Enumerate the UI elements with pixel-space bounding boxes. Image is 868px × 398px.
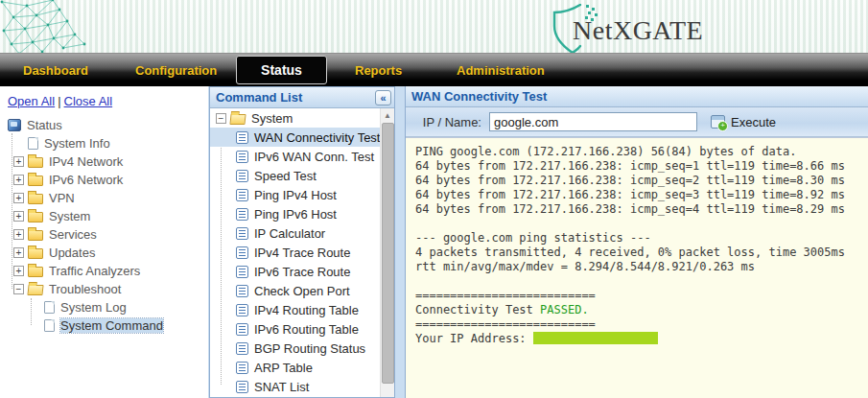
- wan-panel-title: WAN Connectivity Test: [411, 89, 547, 104]
- tree-item-vpn[interactable]: +VPN: [8, 189, 208, 207]
- tree-item-label: IPv6 Network: [49, 173, 123, 187]
- ping-output-line: PING google.com (172.217.166.238) 56(84)…: [415, 145, 868, 159]
- command-item-ipv4-trace-route[interactable]: IPv4 Trace Route: [210, 243, 394, 262]
- tree-item-label: System Info: [44, 136, 110, 151]
- nav-configuration[interactable]: Configuration: [135, 54, 217, 86]
- tree-item-ipv4-network[interactable]: +IPv4 Network: [8, 152, 208, 171]
- command-item-ping-ipv6-host[interactable]: Ping IPv6 Host: [210, 204, 394, 223]
- command-root-label: System: [251, 111, 293, 126]
- computer-icon: [8, 119, 21, 131]
- panel-collapse-button[interactable]: «: [375, 90, 391, 105]
- command-item-ipv6-routing-table[interactable]: IPv6 Routing Table: [210, 319, 394, 339]
- folder-icon: [28, 230, 43, 241]
- command-item-ip-calculator[interactable]: IP Calculator: [210, 223, 394, 243]
- command-item-wan-connectivity-test[interactable]: WAN Connectivity Test: [210, 128, 394, 147]
- execute-label: Execute: [731, 115, 776, 129]
- command-item-snat-list[interactable]: SNAT List: [210, 377, 394, 396]
- command-root-system[interactable]: −System: [210, 108, 394, 128]
- ping-output: PING google.com (172.217.166.238) 56(84)…: [406, 137, 868, 398]
- command-item-ping-ipv4-host[interactable]: Ping IPv4 Host: [210, 185, 394, 204]
- top-banner: NetXGATE: [0, 0, 868, 53]
- nav-dashboard[interactable]: Dashboard: [23, 54, 88, 86]
- netxgate-app: NetXGATE DashboardConfigurationStatusRep…: [0, 0, 868, 398]
- collapse-minus-icon[interactable]: −: [216, 113, 226, 124]
- ip-name-label: IP / Name:: [420, 115, 481, 129]
- command-list-panel: Command List « −SystemWAN Connectivity T…: [209, 86, 395, 398]
- tree-item-label: System Command: [60, 318, 163, 333]
- tree-item-label: Traffic Analyzers: [49, 264, 140, 278]
- status-tree: StatusSystem Info+IPv4 Network+IPv6 Netw…: [8, 116, 208, 335]
- command-list-body: −SystemWAN Connectivity TestIPv6 WAN Con…: [210, 108, 394, 397]
- ping-output-line: rtt min/avg/max/mdev = 8.294/8.544/8.921…: [415, 260, 868, 274]
- command-form-icon: [236, 304, 248, 316]
- tree-item-label: Troubleshoot: [49, 282, 121, 296]
- tree-item-system-info[interactable]: System Info: [8, 134, 208, 152]
- expand-plus-icon[interactable]: +: [13, 175, 24, 185]
- tree-item-updates[interactable]: +Updates: [8, 244, 208, 262]
- folder-open-icon: [27, 285, 43, 295]
- result-status: PASSED.: [540, 303, 589, 316]
- command-form-icon: [236, 381, 248, 393]
- command-tree: −SystemWAN Connectivity TestIPv6 WAN Con…: [210, 108, 394, 396]
- ping-output-line: [415, 217, 868, 231]
- command-form-icon: [236, 323, 248, 336]
- nav-administration[interactable]: Administration: [457, 54, 545, 86]
- command-item-ipv6-wan-conn-test[interactable]: IPv6 WAN Conn. Test: [210, 147, 394, 166]
- tree-item-status[interactable]: Status: [8, 116, 208, 134]
- expand-plus-icon[interactable]: +: [13, 156, 24, 167]
- command-item-check-open-port[interactable]: Check Open Port: [210, 281, 394, 300]
- command-item-bgp-routing-status[interactable]: BGP Routing Status: [210, 339, 394, 358]
- nav-status[interactable]: Status: [236, 56, 327, 84]
- tree-item-traffic-analyzers[interactable]: +Traffic Analyzers: [8, 262, 208, 280]
- ping-output-line: 64 bytes from 172.217.166.238: icmp_seq=…: [415, 174, 868, 188]
- command-list-scrollbar[interactable]: ▲: [380, 108, 394, 397]
- main-content: Open All|Close All StatusSystem Info+IPv…: [0, 86, 868, 398]
- command-item-speed-test[interactable]: Speed Test: [210, 166, 394, 185]
- tree-item-ipv6-network[interactable]: +IPv6 Network: [8, 171, 208, 189]
- expand-plus-icon[interactable]: +: [13, 266, 24, 276]
- tree-item-system-command[interactable]: System Command: [8, 316, 208, 335]
- command-item-label: Check Open Port: [254, 284, 350, 298]
- ip-name-input[interactable]: [489, 112, 697, 131]
- folder-icon: [28, 157, 43, 168]
- page-icon: [44, 319, 55, 332]
- tree-item-system[interactable]: +System: [8, 207, 208, 225]
- nav-reports[interactable]: Reports: [355, 54, 402, 86]
- wan-panel-header: WAN Connectivity Test: [406, 86, 868, 107]
- command-form-icon: [236, 208, 248, 221]
- folder-icon: [28, 267, 43, 277]
- your-ip-label: Your IP Address:: [415, 332, 533, 345]
- tree-item-services[interactable]: +Services: [8, 225, 208, 244]
- expand-plus-icon[interactable]: +: [13, 229, 24, 240]
- result-line: Connectivity Test PASSED.: [415, 303, 868, 317]
- expand-plus-icon[interactable]: +: [13, 211, 24, 222]
- command-item-arp-table[interactable]: ARP Table: [210, 358, 394, 377]
- command-item-ipv6-trace-route[interactable]: IPv6 Trace Route: [210, 262, 394, 281]
- separator-line: ==========================: [415, 317, 868, 332]
- folder-icon: [28, 176, 43, 186]
- command-item-label: Ping IPv4 Host: [254, 188, 337, 202]
- wan-test-form: IP / Name: Execute: [406, 107, 868, 137]
- tree-item-system-log[interactable]: System Log: [8, 298, 208, 316]
- command-item-label: IPv6 Trace Route: [254, 265, 350, 279]
- page-icon: [44, 301, 55, 314]
- close-all-link[interactable]: Close All: [64, 94, 113, 108]
- execute-button[interactable]: Execute: [711, 115, 776, 129]
- scroll-up-icon[interactable]: ▲: [381, 108, 394, 123]
- command-item-label: BGP Routing Status: [254, 341, 365, 356]
- command-item-label: IPv4 Routing Table: [254, 303, 359, 317]
- command-item-label: IPv6 Routing Table: [254, 322, 359, 337]
- command-form-icon: [236, 189, 248, 201]
- scrollbar-thumb[interactable]: [382, 123, 394, 384]
- command-item-ipv4-routing-table[interactable]: IPv4 Routing Table: [210, 300, 394, 319]
- link-separator: |: [58, 94, 60, 108]
- ping-output-line: [415, 274, 868, 289]
- expand-plus-icon[interactable]: +: [13, 247, 24, 258]
- separator-line: ==========================: [415, 289, 868, 303]
- expand-plus-icon[interactable]: +: [13, 193, 24, 203]
- tree-item-label: System Log: [60, 300, 127, 315]
- open-all-link[interactable]: Open All: [8, 94, 55, 108]
- folder-icon: [28, 248, 43, 259]
- tree-item-troubleshoot[interactable]: −Troubleshoot: [8, 280, 208, 298]
- collapse-minus-icon[interactable]: −: [13, 284, 24, 294]
